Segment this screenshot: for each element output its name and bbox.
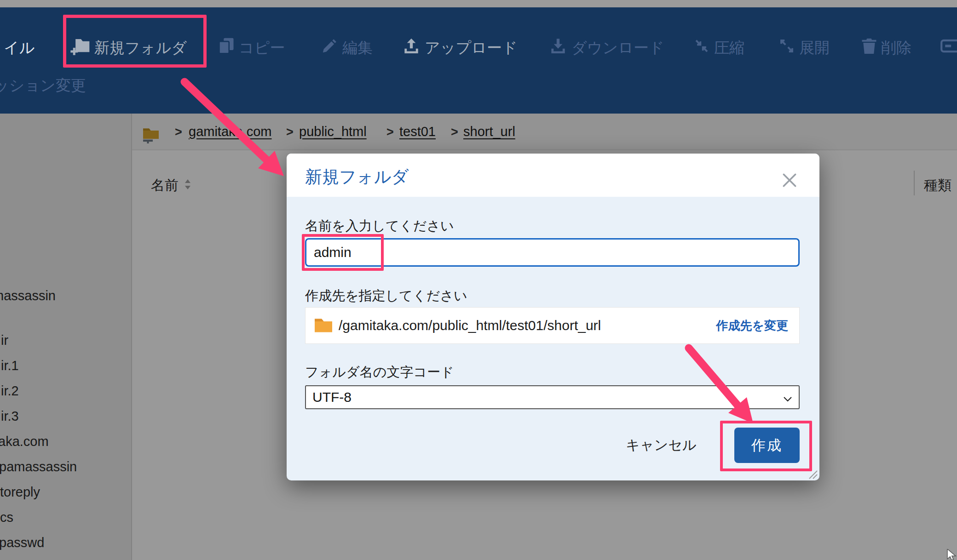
- toolbar-item-compress-label: 圧縮: [714, 38, 744, 58]
- cancel-button[interactable]: キャンセル: [625, 436, 697, 454]
- toolbar-item-expand-label: 展開: [799, 38, 830, 58]
- toolbar-item-edit-label: 編集: [342, 38, 373, 58]
- toolbar-item-copy-label: コピー: [239, 38, 285, 58]
- copy-icon: [218, 37, 235, 59]
- toolbar-item-compress[interactable]: 圧縮: [693, 34, 744, 62]
- trash-icon: [861, 37, 877, 58]
- toolbar-item-expand[interactable]: 展開: [778, 34, 830, 62]
- toolbar-item-upload-label: アップロード: [425, 38, 518, 58]
- name-input-label: 名前を入力してください: [305, 217, 454, 235]
- expand-icon: [778, 37, 795, 59]
- toolbar-item-delete-label: 削除: [881, 38, 911, 58]
- chevron-down-icon: [783, 389, 792, 405]
- dialog-resize-handle[interactable]: [806, 469, 818, 481]
- upload-icon: [402, 37, 421, 59]
- toolbar-item-download[interactable]: ダウンロード: [549, 34, 664, 62]
- toolbar-item-permission-change-label: ッション変更: [0, 75, 86, 96]
- toolbar-item-overflow[interactable]: [940, 34, 957, 62]
- folder-name-input[interactable]: [305, 238, 800, 267]
- create-button[interactable]: 作成: [734, 428, 800, 463]
- toolbar-item-copy[interactable]: コピー: [218, 34, 285, 62]
- toolbar-item-file[interactable]: イル: [4, 34, 35, 62]
- window-top-strip: [0, 0, 957, 7]
- toolbar-item-download-label: ダウンロード: [571, 38, 664, 58]
- change-destination-link[interactable]: 作成先を変更: [716, 308, 788, 343]
- charset-selected-value: UTF-8: [312, 389, 352, 405]
- toolbar-item-new-folder-label: 新規フォルダ: [94, 38, 187, 58]
- toolbar-item-delete[interactable]: 削除: [861, 34, 911, 62]
- rename-box-icon: [940, 37, 957, 59]
- dialog-header: 新規フォルダ: [287, 154, 819, 197]
- close-icon[interactable]: [779, 170, 800, 190]
- toolbar-item-file-label: イル: [4, 38, 35, 58]
- dialog-title: 新規フォルダ: [305, 166, 409, 189]
- toolbar: イル 新規フォルダ コピー 編集 アップロード ダウンロード 圧縮: [0, 7, 957, 114]
- download-icon: [549, 37, 567, 59]
- folder-icon: [314, 316, 333, 337]
- charset-label: フォルダ名の文字コード: [305, 363, 454, 382]
- create-button-label: 作成: [751, 436, 783, 455]
- pencil-icon: [321, 37, 338, 58]
- toolbar-item-permission-change[interactable]: ッション変更: [0, 75, 86, 96]
- destination-path-row: /gamitaka.com/public_html/test01/short_u…: [305, 307, 800, 344]
- compress-icon: [693, 37, 710, 59]
- toolbar-item-upload[interactable]: アップロード: [402, 34, 518, 62]
- file-manager-screen: イル 新規フォルダ コピー 編集 アップロード ダウンロード 圧縮: [0, 0, 957, 560]
- toolbar-item-new-folder[interactable]: 新規フォルダ: [70, 34, 187, 62]
- new-folder-icon: [70, 36, 90, 59]
- charset-select[interactable]: UTF-8: [305, 385, 800, 409]
- toolbar-item-edit[interactable]: 編集: [321, 34, 373, 62]
- destination-label: 作成先を指定してください: [305, 287, 467, 305]
- destination-path: /gamitaka.com/public_html/test01/short_u…: [339, 308, 601, 343]
